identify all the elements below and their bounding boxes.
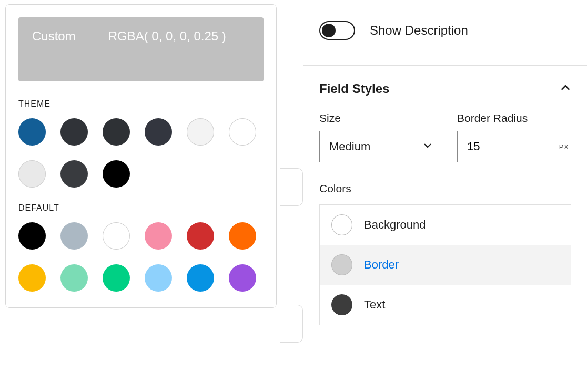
default-swatch-row-2 [18, 264, 264, 292]
size-select[interactable]: Medium [319, 131, 441, 162]
default-swatch-8[interactable] [103, 264, 130, 292]
custom-color-value: RGBA( 0, 0, 0, 0.25 ) [108, 29, 226, 44]
field-styles-header[interactable]: Field Styles [303, 65, 587, 112]
default-swatch-1[interactable] [60, 222, 88, 250]
default-swatch-7[interactable] [60, 264, 88, 292]
theme-swatch-2[interactable] [103, 118, 130, 146]
color-row-text[interactable]: Text [320, 285, 571, 325]
chevron-down-icon [423, 140, 432, 153]
default-swatch-row-1 [18, 222, 264, 250]
color-swatch-background [331, 214, 352, 235]
size-label: Size [319, 112, 441, 125]
colors-list: Background Border Text [319, 204, 571, 325]
theme-swatch-5[interactable] [229, 118, 256, 146]
default-swatch-11[interactable] [229, 264, 256, 292]
theme-palette-title: THEME [18, 99, 264, 109]
chevron-up-icon [560, 82, 571, 96]
border-radius-input[interactable] [467, 140, 554, 153]
default-swatch-0[interactable] [18, 222, 46, 250]
color-row-label: Text [364, 298, 385, 312]
default-swatch-2[interactable] [103, 222, 130, 250]
color-palette-popover: Custom RGBA( 0, 0, 0, 0.25 ) THEME DEFAU… [5, 4, 277, 308]
border-radius-unit: PX [559, 143, 569, 151]
show-description-label: Show Description [370, 23, 468, 38]
theme-swatch-row-1 [18, 118, 264, 146]
theme-swatch-0[interactable] [18, 118, 46, 146]
theme-swatch-3[interactable] [145, 118, 172, 146]
field-styles-title: Field Styles [319, 81, 389, 96]
ghost-outline [280, 305, 303, 343]
default-swatch-3[interactable] [145, 222, 172, 250]
default-swatch-6[interactable] [18, 264, 46, 292]
theme-swatch-8[interactable] [103, 160, 130, 188]
show-description-toggle[interactable] [319, 21, 355, 40]
color-row-label: Border [364, 258, 399, 272]
theme-swatch-1[interactable] [60, 118, 88, 146]
theme-swatch-7[interactable] [60, 160, 88, 188]
custom-color-label: Custom [32, 29, 76, 44]
default-swatch-10[interactable] [187, 264, 214, 292]
toggle-knob [322, 24, 336, 37]
border-radius-label: Border Radius [457, 112, 579, 125]
color-swatch-text [331, 294, 352, 315]
field-styles-body: Size Medium Border Radius PX [303, 112, 587, 325]
color-row-border[interactable]: Border [320, 245, 571, 285]
color-row-label: Background [364, 218, 426, 232]
theme-swatch-6[interactable] [18, 160, 46, 188]
default-swatch-9[interactable] [145, 264, 172, 292]
color-row-background[interactable]: Background [320, 205, 571, 245]
theme-swatch-row-2 [18, 160, 264, 188]
size-select-value: Medium [329, 140, 370, 153]
default-swatch-5[interactable] [229, 222, 256, 250]
theme-swatch-4[interactable] [187, 118, 214, 146]
color-swatch-border [331, 254, 352, 275]
colors-label: Colors [319, 182, 571, 195]
ghost-outline [280, 168, 303, 206]
default-swatch-4[interactable] [187, 222, 214, 250]
default-palette-title: DEFAULT [18, 203, 264, 213]
custom-color-banner[interactable]: Custom RGBA( 0, 0, 0, 0.25 ) [18, 17, 264, 81]
show-description-row: Show Description [303, 0, 587, 65]
border-radius-field: PX [457, 131, 579, 162]
